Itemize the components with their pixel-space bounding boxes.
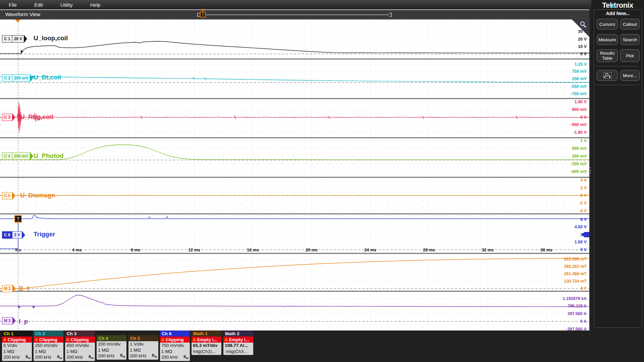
waveform-plot-area[interactable]: T C 120 VU_loop,coil30 V20 V10 V0 VC 230… <box>0 19 589 330</box>
channel-badge-m1[interactable]: M 1 <box>2 285 16 292</box>
horizontal-position-track[interactable]: T <box>197 13 392 17</box>
channel-scale-c4: 200 mV <box>12 153 30 160</box>
warning-icon: ⚠ <box>193 337 196 342</box>
menu-item-help[interactable]: Help <box>82 0 109 9</box>
axis-label-c5: 2 V <box>580 186 587 190</box>
record-marker-m2-b <box>32 306 35 309</box>
channel-badge-point <box>24 35 27 43</box>
trace-c5-u-diamagn <box>0 195 589 196</box>
channel-label-m2[interactable]: I_p <box>19 318 28 325</box>
callout-button[interactable]: Callout <box>620 19 640 29</box>
results-table-button[interactable]: Results Table <box>597 49 618 62</box>
axis-label-c3: 1.80 V <box>575 100 587 104</box>
zoom-select-button[interactable] <box>597 70 618 81</box>
badge-setting: 200 kHz <box>161 355 178 360</box>
trace-m2-i-p <box>0 295 589 307</box>
waveform-view-titlebar: Waveform View T <box>0 10 589 19</box>
waveform-canvas <box>0 19 589 330</box>
badge-setting: -Intg(Ch3... <box>225 349 248 354</box>
axis-label-m1: 392.202 mT <box>564 264 587 269</box>
settings-badge-ch3[interactable]: Ch 3⚠Clipping450 mV/div1 MΩ200 kHzBW <box>65 330 95 361</box>
badge-setting: 200 kHz <box>35 355 52 360</box>
channel-badge-c1[interactable]: C 120 V <box>2 35 27 43</box>
channel-label-c3[interactable]: U_Rog,coil <box>20 113 53 121</box>
badge-title: Ch 5 <box>128 335 158 341</box>
time-tick-label: 16 ms <box>247 248 259 252</box>
badge-setting: 1 MΩ <box>66 349 77 354</box>
axis-label-m2: 0 A <box>580 319 587 324</box>
time-tick-label: 4 ms <box>72 248 82 252</box>
trace-c4-u-photod <box>0 145 589 160</box>
plot-button[interactable]: Plot <box>620 49 640 62</box>
more-button[interactable]: More... <box>620 70 640 81</box>
menu-item-utility[interactable]: Utility <box>52 0 82 9</box>
channel-badge-c5[interactable]: C 5 <box>2 192 15 199</box>
trace-c2-u-bt-coil <box>0 74 589 82</box>
channel-badge-c2[interactable]: C 2300 mV <box>2 74 33 82</box>
settings-badge-ch4[interactable]: Ch 4200 mV/div1 MΩ200 kHzBW <box>97 335 126 360</box>
settings-badge-math1[interactable]: Math 1⚠Empty i...65.3 mT/divIntg(Ch2)... <box>192 330 221 355</box>
badge-setting: 450 mV/div <box>66 343 89 348</box>
cursors-button[interactable]: Cursors <box>597 19 618 29</box>
channel-label-c5[interactable]: U_Diamagn <box>20 192 55 199</box>
menu-bar: FileEditUtilityHelp <box>0 0 591 9</box>
axis-label-c2: -250 mV <box>571 84 587 89</box>
channel-label-c2[interactable]: U_Bt,coil <box>34 74 61 81</box>
warning-icon: ⚠ <box>35 337 38 342</box>
measure-button[interactable]: Measure <box>597 34 618 45</box>
channel-label-c4[interactable]: U_Photod <box>34 152 64 160</box>
warning-icon: ⚠ <box>66 337 70 342</box>
settings-badge-ch5[interactable]: Ch 51 V/div1 MΩ200 kHzBW <box>128 335 158 360</box>
badge-warning: ⚠Clipping <box>2 337 32 343</box>
time-tick-label: 24 ms <box>364 248 376 252</box>
axis-label-c3: -900 mV <box>571 122 587 127</box>
channel-badge-c4[interactable]: C 4200 mV <box>2 153 33 160</box>
search-button[interactable]: Search <box>620 34 640 45</box>
settings-badge-ch6[interactable]: Ch 6⚠Clipping750 mV/div1 MΩ200 kHzBW <box>160 330 190 361</box>
time-tick-label: 28 ms <box>423 248 435 252</box>
channel-label-c1[interactable]: U_loop,coil <box>34 35 68 42</box>
badge-setting: 750 mV/div <box>161 343 184 348</box>
trigger-t-badge[interactable]: T <box>14 215 22 223</box>
badge-setting: 1 MΩ <box>3 349 14 354</box>
track-right-bracket <box>389 13 392 17</box>
channel-badge-c3[interactable]: C 3 <box>2 114 15 121</box>
settings-badge-ch2[interactable]: Ch 2⚠Clipping250 mV/div1 MΩ200 kHzBW <box>34 330 63 361</box>
badge-setting: 1 MΩ <box>35 349 46 354</box>
axis-label-c3: -1.80 V <box>573 130 587 135</box>
bandwidth-limit-icon: BW <box>89 355 94 360</box>
channel-badge-m2[interactable]: M 2 <box>2 317 16 324</box>
drag-handle-icon: ••• <box>590 166 591 174</box>
settings-badge-math2[interactable]: Math 2⚠Empty i...198.77 A/...-Intg(Ch3..… <box>223 330 253 355</box>
channel-badge-c6[interactable]: C 63 V <box>2 231 25 239</box>
badge-setting: 200 kHz <box>3 355 20 360</box>
axis-label-c6: 6 V <box>580 217 587 222</box>
badge-setting: 65.3 mT/div <box>193 343 218 348</box>
badge-setting: 200 kHz <box>98 353 115 358</box>
settings-badge-ch1[interactable]: Ch 1⚠Clipping5 V/div1 MΩ200 kHzBW <box>2 330 32 361</box>
time-tick-label: 36 ms <box>540 248 552 252</box>
channel-label-c6[interactable]: Trigger <box>34 231 55 238</box>
badge-title: Math 1 <box>192 330 221 337</box>
trace-c3-u-rog-coil <box>0 102 589 133</box>
axis-label-c1: 0 V <box>580 52 587 56</box>
channel-id-c4: C 4 <box>2 153 12 160</box>
channel-id-m1: M 1 <box>2 285 13 292</box>
add-new-group: Add New... Cursors Callout Measure Searc… <box>594 9 642 328</box>
channel-label-m1[interactable]: B_t <box>19 285 29 292</box>
badge-warning: ⚠Empty i... <box>223 337 253 343</box>
bandwidth-limit-icon: BW <box>25 355 31 360</box>
channel-id-m2: M 2 <box>2 317 13 324</box>
time-tick-label: 12 ms <box>188 248 200 252</box>
badge-setting: 5 V/div <box>3 343 17 348</box>
trigger-position-icon[interactable]: T <box>200 12 206 17</box>
axis-label-c6: 0 V <box>580 247 587 252</box>
menu-item-file[interactable]: File <box>0 0 25 9</box>
channel-scale-c1: 20 V <box>12 35 24 43</box>
trigger-position-marker[interactable] <box>15 19 20 25</box>
menu-item-edit[interactable]: Edit <box>25 0 52 9</box>
badge-setting: 200 kHz <box>130 353 147 358</box>
axis-label-m2: 795.119 A <box>568 304 587 308</box>
bandwidth-limit-icon: BW <box>120 354 125 358</box>
axis-label-m2: 397.560 A <box>568 311 587 316</box>
